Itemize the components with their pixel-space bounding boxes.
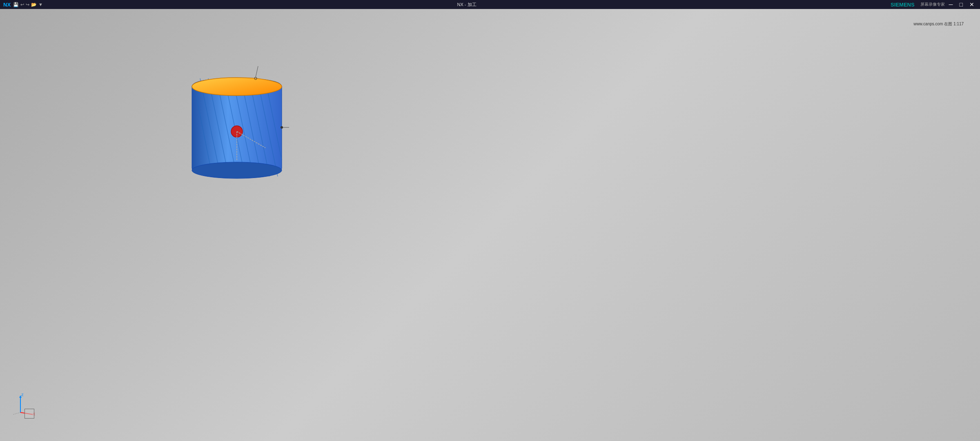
maximize-btn[interactable]: □ (957, 1, 965, 8)
app: NX 💾 ↩ ↪ 📂 ▼ NX - 加工 SIEMENS 屏幕录像专家 ─ □ … (0, 0, 980, 441)
minimize-btn[interactable]: ─ (947, 1, 956, 8)
svg-point-10 (192, 162, 282, 178)
close-btn[interactable]: ✕ (967, 1, 977, 8)
titlebar-controls: SIEMENS 屏幕录像专家 ─ □ ✕ (891, 1, 977, 8)
svg-text:Z: Z (21, 393, 24, 397)
view-cube[interactable] (24, 409, 34, 416)
svg-line-24 (13, 412, 20, 414)
model-area[interactable]: www.canps.com 在图 1:117 (0, 69, 980, 416)
titlebar-toolbar-icons: 💾 ↩ ↪ 📂 ▼ (13, 2, 43, 7)
cylinder-model[interactable] (180, 69, 294, 193)
quick-access-open[interactable]: 📂 (31, 2, 37, 7)
window-title: NX - 加工 (43, 2, 891, 8)
svg-line-16 (256, 69, 258, 77)
svg-point-11 (192, 78, 282, 96)
titlebar: NX 💾 ↩ ↪ 📂 ▼ NX - 加工 SIEMENS 屏幕录像专家 ─ □ … (0, 0, 980, 9)
svg-point-17 (281, 126, 283, 129)
titlebar-left: NX 💾 ↩ ↪ 📂 ▼ (3, 2, 43, 8)
quick-access-save[interactable]: 💾 (13, 2, 19, 7)
quick-access-more[interactable]: ▼ (38, 2, 43, 7)
quick-access-redo[interactable]: ↪ (26, 2, 29, 7)
siemens-logo: SIEMENS (891, 2, 915, 8)
nx-logo: NX (3, 2, 11, 8)
content-area: ◈ 👁 🔄 ✂ ⬛ 🔩 ⚙ 📋 ↕ 📐 🔲 ☉ ⊕ 🔍 工序导航器 - 几何 ✕ (0, 69, 980, 416)
recording-app: 屏幕录像专家 (920, 2, 945, 7)
viewport-wrapper: 欢迎页面 3.3曲面2.prt ✕ 3.3曲面图3.prt ✕ 3.3.prt … (100, 69, 971, 416)
quick-access-undo[interactable]: ↩ (20, 2, 24, 7)
